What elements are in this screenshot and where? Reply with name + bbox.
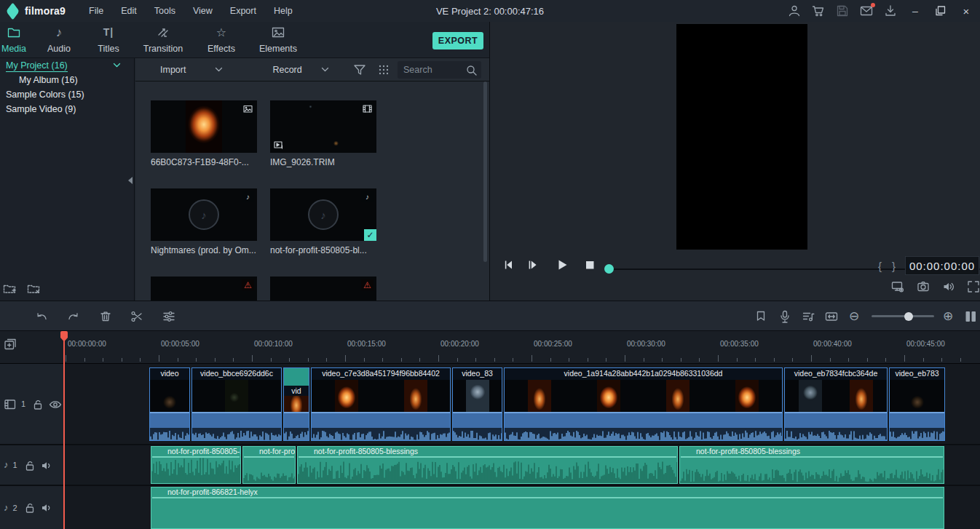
media-scrollbar[interactable]	[483, 81, 487, 262]
marker-icon[interactable]	[754, 310, 767, 323]
export-button[interactable]: EXPORT	[432, 32, 483, 49]
menu-tools[interactable]: Tools	[147, 3, 183, 19]
timeline-clip-video[interactable]: video_83	[452, 367, 502, 441]
preview-playhead-handle[interactable]	[604, 264, 614, 274]
undo-icon[interactable]	[35, 310, 48, 323]
timeline-clip-video[interactable]: video_1a914a28abb442b1a0294b86331036dd	[504, 367, 783, 441]
clip-label: video_83	[453, 368, 502, 380]
adjust-icon[interactable]	[162, 310, 175, 323]
speaker-icon[interactable]	[41, 501, 53, 514]
timeline-clip-audio[interactable]: not-for-profit-866821-helyx	[151, 487, 944, 529]
record-dropdown[interactable]: Record	[272, 65, 328, 75]
play-icon[interactable]	[556, 258, 569, 271]
timeline-clip-audio[interactable]: not-for-profit-850805-b	[151, 446, 241, 484]
tab-transition[interactable]: Transition	[139, 26, 187, 57]
track-lane[interactable]: not-for-profit-850805-bnot-for-pronot-fo…	[64, 445, 980, 485]
search-icon[interactable]	[466, 65, 477, 76]
timeline-clip-video[interactable]: vid	[283, 367, 309, 441]
clip-label: video_eb783	[890, 368, 944, 380]
media-item[interactable]: ⚠	[151, 277, 257, 301]
zoom-in-icon[interactable]: ⊕	[943, 310, 953, 323]
sidebar-item[interactable]: My Album (16)	[0, 73, 134, 87]
eye-icon[interactable]	[49, 398, 62, 410]
volume-icon[interactable]	[942, 280, 955, 293]
media-item[interactable]: ♪♪Nightmares (prod. by Om...	[151, 188, 257, 256]
chevron-down-icon[interactable]	[113, 63, 121, 68]
search-box[interactable]	[398, 61, 481, 79]
media-item[interactable]: 66B0C873-F1B9-48F0-...	[151, 100, 257, 168]
timeline-clip-video[interactable]: video_eb7834fcbc364de	[784, 367, 888, 441]
menu-help[interactable]: Help	[266, 3, 300, 19]
import-dropdown[interactable]: Import	[160, 65, 223, 75]
tab-titles[interactable]: T|Titles	[92, 26, 125, 57]
split-icon[interactable]	[130, 310, 143, 323]
sidebar-item[interactable]: Sample Video (9)	[0, 102, 134, 116]
track-lane[interactable]: videovideo_bbce6926dd6cvidvideo_c7e3d8a4…	[64, 364, 980, 444]
next-frame-icon[interactable]	[526, 258, 539, 271]
manage-tracks-icon[interactable]	[4, 338, 17, 351]
tab-audio[interactable]: ♪Audio	[42, 26, 76, 57]
media-item[interactable]: ⚠	[270, 277, 376, 301]
account-icon[interactable]	[786, 2, 803, 20]
timeline-clip-video[interactable]: video_c7e3d8a451794f96bb84402	[311, 367, 451, 441]
filter-icon[interactable]	[353, 63, 366, 76]
speaker-icon[interactable]	[41, 459, 53, 472]
timeline-clip-audio[interactable]: not-for-profit-850805-blessings	[297, 446, 678, 484]
voiceover-icon[interactable]	[778, 310, 791, 323]
cart-icon[interactable]	[810, 2, 827, 20]
tab-label: Titles	[98, 44, 119, 54]
redo-icon[interactable]	[67, 310, 80, 323]
menu-export[interactable]: Export	[223, 3, 264, 19]
collapse-panel-icon[interactable]	[128, 177, 133, 184]
minimize-button[interactable]: –	[906, 1, 925, 20]
zoom-slider-knob[interactable]	[904, 312, 913, 321]
menu-view[interactable]: View	[186, 3, 220, 19]
stop-icon[interactable]	[583, 258, 596, 271]
audio-type-icon: ♪	[361, 191, 374, 202]
search-input[interactable]	[402, 64, 466, 76]
close-button[interactable]: ×	[957, 1, 976, 20]
fullscreen-icon[interactable]	[967, 280, 980, 293]
lock-icon[interactable]	[23, 459, 36, 472]
audio-mixer-icon[interactable]	[802, 310, 815, 323]
delete-icon[interactable]	[99, 310, 112, 323]
snapshot-icon[interactable]	[917, 280, 930, 293]
previous-frame-icon[interactable]	[502, 258, 515, 271]
timeline-clip-audio[interactable]: not-for-profit-850805-blessings	[679, 446, 944, 484]
tab-media[interactable]: Media	[0, 26, 28, 57]
zoom-out-icon[interactable]: ⊖	[849, 310, 859, 323]
sidebar-item[interactable]: Sample Colors (15)	[0, 87, 134, 102]
download-icon[interactable]	[882, 2, 899, 20]
playhead[interactable]	[63, 331, 65, 529]
clip-volume-band	[192, 412, 281, 428]
playhead-cap[interactable]	[60, 331, 68, 342]
media-item[interactable]: IMG_9026.TRIM	[270, 100, 376, 168]
track-lane[interactable]: not-for-profit-866821-helyx	[64, 486, 980, 529]
restore-button[interactable]	[931, 1, 950, 20]
fit-timeline-icon[interactable]	[825, 310, 838, 323]
media-item[interactable]: ♪♪✓not-for-profit-850805-bl...	[270, 188, 376, 256]
lock-icon[interactable]	[23, 501, 36, 514]
timeline-clip-video[interactable]: video	[149, 367, 190, 441]
grid-view-icon[interactable]	[377, 63, 390, 76]
timeline-clip-audio[interactable]: not-for-pro	[242, 446, 296, 484]
menu-edit[interactable]: Edit	[114, 3, 144, 19]
tab-effects[interactable]: ☆Effects	[205, 26, 238, 57]
zoom-slider[interactable]	[872, 315, 934, 317]
mark-in-icon[interactable]: {	[878, 260, 882, 272]
media-panel: Import Record 66B0C873-F1B9-48F0-...IMG_…	[135, 58, 489, 301]
delete-folder-icon[interactable]	[27, 282, 41, 295]
menu-file[interactable]: File	[82, 3, 111, 19]
timeline-clip-video[interactable]: video_bbce6926dd6c	[191, 367, 282, 441]
panel-layout-icon[interactable]	[964, 310, 977, 323]
save-icon[interactable]	[834, 2, 851, 20]
timeline-clip-video[interactable]: video_eb783	[889, 367, 945, 441]
new-folder-icon[interactable]	[3, 282, 17, 295]
tab-elements[interactable]: Elements	[256, 26, 301, 57]
display-settings-icon[interactable]	[891, 280, 905, 293]
clip-label: video	[150, 368, 189, 380]
timeline-ruler[interactable]: 00:00:00:0000:00:05:0000:00:10:0000:00:1…	[0, 331, 980, 364]
mail-icon[interactable]	[858, 2, 875, 20]
lock-icon[interactable]	[31, 398, 44, 410]
mark-out-icon[interactable]: }	[892, 260, 896, 272]
